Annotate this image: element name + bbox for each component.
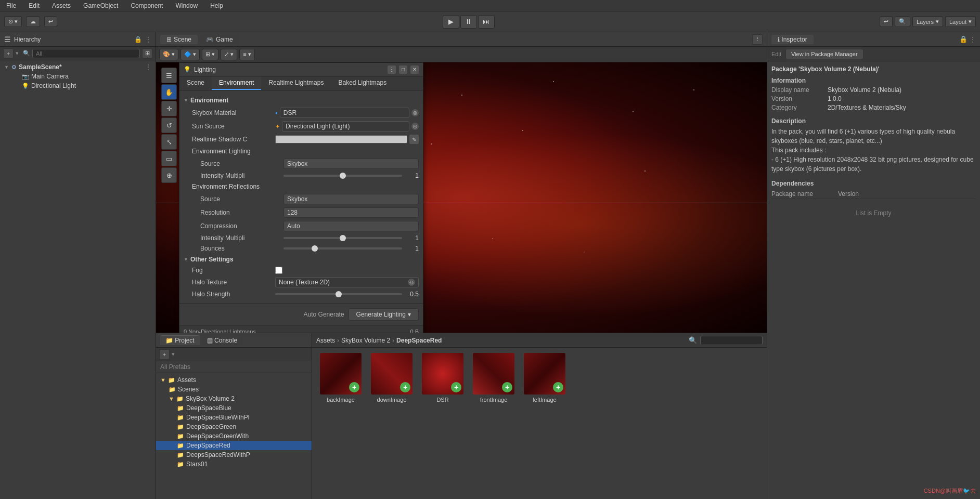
scene-tool-hand[interactable]: ✋	[161, 84, 177, 100]
asset-item-deepspacegreen[interactable]: 📁 DeepSpaceGreen	[156, 422, 312, 431]
refl-intensity-slider[interactable]	[283, 237, 402, 239]
scene-move[interactable]: ⤢ ▾	[221, 49, 237, 60]
more-btn[interactable]: ⋮	[752, 34, 763, 45]
more-icon[interactable]: ⋮	[145, 36, 151, 43]
asset-backimage[interactable]: + backImage	[317, 353, 364, 403]
tab-scene[interactable]: ⊞ Scene	[160, 35, 198, 44]
lightmaps-label: 0 Non-Directional Lightmaps	[184, 329, 256, 333]
tab-realtime-lightmaps[interactable]: Realtime Lightmaps	[261, 76, 331, 90]
scene-grid[interactable]: ⊞ ▾	[202, 49, 218, 60]
tab-console[interactable]: ▤ Console	[202, 336, 242, 345]
halo-texture-field[interactable]: None (Texture 2D) ◎	[275, 277, 419, 287]
asset-search-input[interactable]	[700, 336, 763, 345]
generate-lighting-btn[interactable]: Generate Lighting ▾	[349, 308, 419, 321]
asset-item-assets[interactable]: ▼ 📁 Assets	[156, 375, 312, 385]
fog-checkbox[interactable]	[275, 267, 282, 274]
asset-leftimage[interactable]: + leftImage	[521, 353, 568, 403]
lighting-more-btn[interactable]: ⋮	[388, 65, 396, 74]
hierarchy-search[interactable]	[32, 49, 140, 58]
tab-environment[interactable]: Environment	[212, 76, 261, 90]
asset-frontimage[interactable]: + frontImage	[470, 353, 517, 403]
hierarchy-main-camera[interactable]: 📷 Main Camera	[0, 72, 156, 81]
chevron-down-icon: ▾	[936, 18, 939, 25]
asset-item-skybox-vol2[interactable]: ▼ 📁 SkyBox Volume 2	[156, 394, 312, 403]
menu-item-help[interactable]: Help	[208, 2, 225, 9]
undo-btn[interactable]: ↩	[44, 16, 57, 27]
menu-item-edit[interactable]: Edit	[27, 2, 42, 9]
tab-project[interactable]: 📁 Project	[160, 335, 200, 345]
hierarchy-directional-light[interactable]: 💡 Directional Light	[0, 81, 156, 90]
asset-item-deepspaceblue[interactable]: 📁 DeepSpaceBlue	[156, 403, 312, 413]
directional-light-label: Directional Light	[31, 82, 76, 89]
downimage-thumb: +	[371, 353, 412, 395]
add-asset-btn[interactable]: +	[159, 349, 170, 360]
scene-tool-scale[interactable]: ⤡	[161, 134, 177, 150]
scene-tool-menu[interactable]: ☰	[161, 68, 177, 83]
shadow-color-swatch[interactable]	[275, 135, 407, 143]
view-package-manager-btn[interactable]: View in Package Manager	[785, 49, 863, 59]
scene-tool-rotate[interactable]: ↺	[161, 117, 177, 133]
asset-downimage[interactable]: + downImage	[368, 353, 415, 403]
cloud-btn[interactable]: ☁	[26, 16, 40, 27]
asset-item-deepsspaceRedWithP[interactable]: 📁 DeepsSpaceRedWithP	[156, 450, 312, 459]
menu-item-gameobject[interactable]: GameObject	[81, 2, 120, 9]
resolution-select[interactable]: 128	[283, 207, 419, 218]
shadow-color-pick[interactable]: ✎	[409, 135, 419, 144]
step-button[interactable]: ⏭	[478, 15, 495, 29]
halo-strength-slider[interactable]	[275, 293, 402, 295]
undo-history-btn[interactable]: ↩	[880, 16, 893, 27]
play-button[interactable]: ▶	[443, 15, 459, 29]
asset-item-deepspacered[interactable]: 📁 DeepSpaceRed	[156, 441, 312, 450]
skybox-material-label: Skybox Material	[192, 109, 275, 116]
scene-tool-move[interactable]: ✛	[161, 101, 177, 116]
account-btn[interactable]: ⊙ ▾	[4, 16, 22, 27]
tab-scene-lighting[interactable]: Scene	[179, 76, 212, 90]
env-source-select[interactable]: Skybox	[283, 159, 419, 169]
tab-game[interactable]: 🎮 Game	[200, 35, 239, 44]
refl-intensity-row: Intensity Multipli 1	[184, 233, 419, 243]
menu-item-file[interactable]: File	[4, 2, 18, 9]
menu-item-window[interactable]: Window	[173, 2, 200, 9]
lighting-maximize-btn[interactable]: □	[399, 65, 407, 74]
asset-item-deepspacebluewithp[interactable]: 📁 DeepSpaceBlueWithPl	[156, 413, 312, 422]
skybox-pick-btn[interactable]: ◎	[411, 109, 419, 116]
asset-item-stars01[interactable]: 📁 Stars01	[156, 459, 312, 469]
env-intensity-row: Intensity Multipli 1	[184, 170, 419, 181]
more-icon2[interactable]: ⋮	[145, 63, 151, 71]
bounces-slider[interactable]	[283, 247, 402, 250]
pause-button[interactable]: ⏸	[460, 15, 477, 29]
tab-baked-lightmaps[interactable]: Baked Lightmaps	[331, 76, 394, 90]
scene-render-mode[interactable]: 🔷 ▾	[180, 49, 200, 60]
sun-source-field[interactable]: Directional Light (Light)	[282, 121, 409, 132]
search-btn[interactable]: 🔍	[895, 16, 910, 27]
menu-item-assets[interactable]: Assets	[50, 2, 73, 9]
scene-overlay[interactable]: ≡ ▾	[239, 49, 254, 60]
env-source-label: Source	[200, 160, 283, 167]
scene-tool-transform[interactable]: ⊕	[161, 167, 177, 183]
compression-select[interactable]: Auto	[283, 221, 419, 231]
hierarchy-filter-btn[interactable]: ⊞	[142, 48, 152, 59]
asset-item-deepspacegreenwith[interactable]: 📁 DeepSpaceGreenWith	[156, 431, 312, 441]
scene-draw-mode[interactable]: 🎨 ▾	[159, 49, 178, 60]
asset-dsr[interactable]: + DSR	[419, 353, 466, 403]
resolution-value: 128	[283, 207, 419, 218]
env-intensity-slider[interactable]	[283, 175, 402, 177]
hierarchy-scene-item[interactable]: ▼ ⚙ SampleScene* ⋮	[0, 62, 156, 72]
more-icon3[interactable]: ⋮	[970, 36, 976, 43]
sun-pick-btn[interactable]: ◎	[411, 123, 419, 130]
refl-intensity-val: 1	[406, 234, 419, 242]
layers-dropdown[interactable]: Layers ▾	[912, 16, 943, 27]
skybox-material-field[interactable]: DSR	[280, 108, 409, 118]
list-empty-label: List is Empty	[771, 209, 976, 217]
menu-item-component[interactable]: Component	[128, 2, 165, 9]
tab-inspector[interactable]: ℹ Inspector	[771, 35, 814, 44]
asset-item-scenes[interactable]: 📁 Scenes	[156, 385, 312, 394]
scene-tool-rect[interactable]: ▭	[161, 151, 177, 166]
sun-source-row: Sun Source ✦ Directional Light (Light) ◎	[184, 120, 419, 133]
layout-dropdown[interactable]: Layout ▾	[945, 16, 976, 27]
halo-texture-pick[interactable]: ◎	[408, 279, 415, 286]
refl-source-select[interactable]: Skybox	[283, 194, 419, 204]
inspector-lock-btn[interactable]: 🔒	[959, 35, 968, 43]
add-hierarchy-btn[interactable]: +	[3, 48, 14, 59]
lighting-close-btn[interactable]: ✕	[410, 65, 419, 74]
